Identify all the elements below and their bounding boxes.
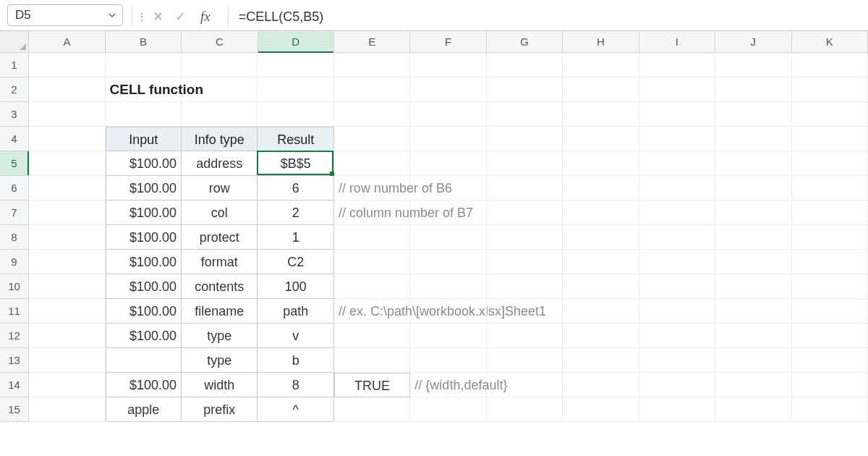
table-cell[interactable]: $100.00 [106,274,182,299]
row-header[interactable]: 2 [0,77,29,102]
accept-icon[interactable]: ✓ [175,9,186,25]
cell[interactable] [792,53,868,77]
name-box[interactable]: D5 [7,4,123,26]
cell[interactable] [563,299,639,324]
cell[interactable] [334,102,410,127]
cell[interactable] [29,200,105,225]
table-cell[interactable]: 2 [258,200,333,225]
table-header-info[interactable]: Info type [182,127,258,151]
cell[interactable] [715,151,791,176]
cell-comment[interactable]: // {width,default} [410,373,486,397]
col-header[interactable]: I [639,31,715,52]
cell[interactable] [715,348,791,373]
cell[interactable] [563,397,639,422]
table-cell[interactable]: format [182,250,258,274]
col-header[interactable]: A [29,31,105,52]
table-cell[interactable]: type [182,324,258,348]
cell[interactable] [639,200,715,225]
cell-comment[interactable]: // column number of B7 [334,200,410,225]
cell[interactable] [792,151,868,176]
table-cell[interactable]: $100.00 [106,250,182,274]
cell[interactable] [792,225,868,250]
cell[interactable] [487,77,563,102]
table-cell[interactable]: protect [182,225,258,250]
cell[interactable] [639,397,715,422]
cell[interactable] [182,102,258,127]
table-cell[interactable]: 8 [258,373,333,397]
row-header[interactable]: 4 [0,127,29,151]
cell[interactable] [639,348,715,373]
cell[interactable] [258,53,333,77]
cell[interactable] [563,274,639,299]
cell[interactable] [29,397,105,422]
cell[interactable] [410,151,486,176]
table-cell[interactable]: 100 [258,274,333,299]
cell[interactable] [639,53,715,77]
table-cell[interactable]: address [182,151,258,176]
cell[interactable] [410,348,486,373]
table-header-input[interactable]: Input [106,127,182,151]
cell[interactable] [410,77,486,102]
col-header[interactable]: J [715,31,791,52]
col-header[interactable]: D [258,31,334,52]
cell[interactable] [487,324,563,348]
cell-comment[interactable]: // row number of B6 [334,176,410,200]
table-cell[interactable]: type [182,348,258,373]
cell[interactable] [29,348,105,373]
cell[interactable] [639,373,715,397]
cell[interactable] [563,200,639,225]
cell[interactable] [29,102,105,127]
table-cell[interactable]: apple [106,397,182,422]
row-header[interactable]: 8 [0,225,29,250]
cell[interactable] [715,299,791,324]
cell[interactable] [639,77,715,102]
cell[interactable] [334,397,410,422]
cell[interactable] [639,102,715,127]
cell[interactable] [563,127,639,151]
cell[interactable] [334,250,410,274]
cell[interactable] [487,102,563,127]
cell[interactable] [639,176,715,200]
cell[interactable] [410,127,486,151]
cell[interactable] [106,53,182,77]
cell[interactable] [639,250,715,274]
cell[interactable] [29,225,105,250]
cell[interactable] [29,373,105,397]
spreadsheet-grid[interactable]: A B C D E F G H I J K 1 2 [0,31,868,422]
cell[interactable] [715,274,791,299]
cell[interactable] [715,200,791,225]
cancel-icon[interactable]: ✕ [153,9,163,25]
row-header[interactable]: 7 [0,200,29,225]
row-header[interactable]: 5 [0,151,29,176]
table-cell[interactable]: b [258,348,333,373]
col-header[interactable]: F [410,31,486,52]
cell[interactable] [410,53,486,77]
table-cell[interactable] [106,348,182,373]
select-all-corner[interactable] [0,31,29,52]
table-cell[interactable]: $100.00 [106,151,182,176]
cell-title[interactable]: CELL function [106,77,182,102]
cell[interactable] [106,102,182,127]
cell[interactable] [29,53,105,77]
cell[interactable] [792,200,868,225]
row-header[interactable]: 14 [0,373,29,397]
cell[interactable] [334,77,410,102]
cell[interactable] [715,225,791,250]
table-cell[interactable]: $100.00 [106,225,182,250]
cell[interactable] [715,77,791,102]
col-header[interactable]: K [792,31,868,52]
cell[interactable] [334,53,410,77]
cell[interactable] [792,397,868,422]
cell[interactable] [563,250,639,274]
cell[interactable] [487,373,563,397]
table-cell[interactable]: $100.00 [106,373,182,397]
cell[interactable] [487,53,563,77]
cell[interactable] [715,53,791,77]
cell[interactable] [563,151,639,176]
row-header[interactable]: 15 [0,397,29,422]
col-header[interactable]: B [106,31,182,52]
cell[interactable] [563,53,639,77]
cell[interactable] [487,127,563,151]
cell[interactable] [410,324,486,348]
cell[interactable] [334,274,410,299]
